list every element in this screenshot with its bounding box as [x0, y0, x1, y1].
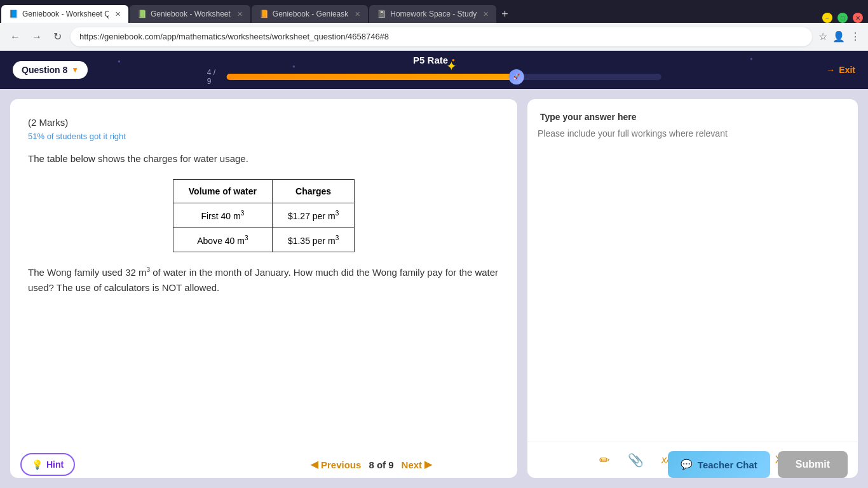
progress-count: 4 / 9: [207, 68, 222, 86]
tab-4-label: Homework Space - StudyX: [390, 10, 477, 18]
minimize-button[interactable]: −: [822, 13, 832, 23]
marks-label: (2 Marks): [28, 117, 499, 128]
water-charges-table: Volume of water Charges First 40 m3 $1.2…: [173, 179, 355, 252]
hint-label: Hint: [46, 459, 64, 470]
question-selector-label: Question 8: [22, 65, 67, 75]
tab-2[interactable]: 📗 Geniebook - Worksheet ✕: [130, 5, 250, 23]
table-row: First 40 m3 $1.27 per m3: [173, 203, 354, 228]
tab-1-favicon: 📘: [9, 10, 18, 18]
bookmark-icon: ☆: [818, 30, 827, 43]
main-content: (2 Marks) 51% of students got it right T…: [0, 89, 868, 488]
success-rate: 51% of students got it right: [28, 132, 499, 141]
table-cell-charge-2: $1.35 per m3: [272, 227, 354, 252]
pagination: ◀ Previous 8 of 9 Next ▶: [311, 459, 432, 470]
progress-track: 🚀: [226, 74, 661, 80]
app-header: ● ● ● Question 8 ▼ P5 Rate ● 4 / 9 🚀 ✦ →…: [0, 51, 868, 89]
tab-2-label: Geniebook - Worksheet: [151, 10, 231, 18]
tab-bar: 📘 Geniebook - Worksheet Questio... ✕ 📗 G…: [0, 0, 868, 23]
close-button[interactable]: ✕: [853, 13, 863, 23]
previous-label: Previous: [321, 459, 361, 470]
page-info: 8 of 9: [369, 459, 393, 470]
exit-arrow-icon: →: [826, 65, 835, 75]
answer-textarea[interactable]: [538, 128, 848, 442]
previous-button[interactable]: ◀ Previous: [311, 459, 361, 470]
rocket-icon: 🚀: [513, 74, 520, 79]
menu-icon: ⋮: [850, 30, 860, 43]
progress-title: P5 Rate: [413, 55, 448, 65]
answer-header: Type your answer here: [527, 99, 858, 128]
tab-4-favicon: 📓: [377, 10, 386, 18]
tab-3-label: Geniebook - Genieask: [273, 10, 348, 18]
tab-3-favicon: 📙: [259, 10, 269, 18]
dot-1: ●: [118, 58, 121, 64]
maximize-button[interactable]: □: [837, 13, 848, 23]
table-cell-charge-1: $1.27 per m3: [272, 203, 354, 228]
table-cell-volume-1: First 40 m3: [173, 203, 272, 228]
next-label: Next: [402, 459, 423, 470]
tab-2-favicon: 📗: [137, 10, 147, 18]
table-header-volume: Volume of water: [173, 180, 272, 203]
tab-4-close[interactable]: ✕: [483, 10, 489, 18]
exit-button[interactable]: → Exit: [826, 65, 855, 75]
next-button[interactable]: Next ▶: [402, 459, 433, 470]
profile-icon: 👤: [832, 30, 845, 43]
dropdown-arrow-icon: ▼: [71, 65, 79, 74]
progress-section: P5 Rate ● 4 / 9 🚀: [207, 55, 661, 86]
prev-arrow-icon: ◀: [311, 459, 318, 470]
reload-button[interactable]: ↻: [51, 28, 64, 45]
table-header-charges: Charges: [272, 180, 354, 203]
tab-3-close[interactable]: ✕: [355, 10, 360, 18]
tab-1-label: Geniebook - Worksheet Questio...: [22, 10, 109, 18]
next-arrow-icon: ▶: [424, 459, 432, 470]
progress-fill: 🚀: [226, 74, 517, 80]
dot-3: ●: [750, 56, 753, 62]
new-tab-button[interactable]: +: [496, 5, 513, 23]
question-intro: The table below shows the charges for wa…: [28, 151, 499, 166]
tab-1-close[interactable]: ✕: [115, 10, 121, 18]
address-bar: ← → ↻ ☆ 👤 ⋮: [0, 23, 868, 51]
browser-icons: ☆ 👤 ⋮: [818, 30, 860, 43]
progress-thumb: 🚀: [509, 69, 524, 85]
answer-panel: Type your answer here ✏ 📎 x/y xa √x ∠ X°: [527, 99, 858, 478]
progress-bar-area: 4 / 9 🚀: [207, 68, 661, 86]
tab-3[interactable]: 📙 Geniebook - Genieask ✕: [252, 5, 368, 23]
sparkle-icon: ✦: [446, 58, 457, 74]
forward-button[interactable]: →: [29, 29, 44, 45]
tab-2-close[interactable]: ✕: [237, 10, 243, 18]
bottom-footer: 💡 Hint ◀ Previous 8 of 9 Next ▶ 💬 Teache…: [10, 451, 517, 478]
table-cell-volume-2: Above 40 m3: [173, 227, 272, 252]
back-button[interactable]: ←: [8, 29, 23, 45]
url-input[interactable]: [71, 27, 812, 46]
window-controls: − □ ✕: [822, 13, 868, 23]
question-body: The Wong family used 32 m3 of water in t…: [28, 265, 499, 295]
hint-button[interactable]: 💡 Hint: [20, 453, 75, 476]
exit-label: Exit: [839, 65, 855, 75]
tab-1[interactable]: 📘 Geniebook - Worksheet Questio... ✕: [1, 5, 128, 23]
question-panel: (2 Marks) 51% of students got it right T…: [10, 99, 517, 478]
table-row: Above 40 m3 $1.35 per m3: [173, 227, 354, 252]
question-selector[interactable]: Question 8 ▼: [13, 61, 88, 79]
bulb-icon: 💡: [32, 459, 43, 470]
tab-4[interactable]: 📓 Homework Space - StudyX ✕: [369, 5, 496, 23]
